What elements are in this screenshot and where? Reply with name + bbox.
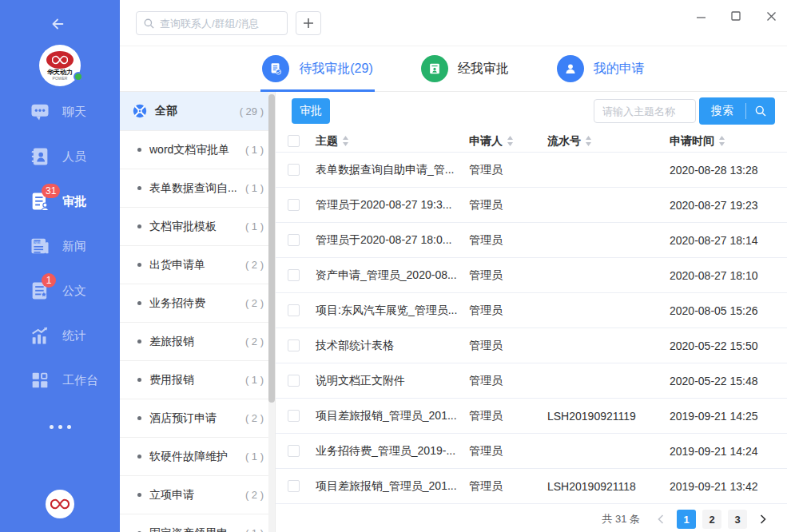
maximize-icon[interactable] [725,5,747,27]
topbar [120,0,787,46]
sidebar-item-chat[interactable]: 聊天 [0,89,120,134]
table-row[interactable]: 管理员于2020-08-27 19:3... 管理员 2020-08-27 19… [276,188,787,223]
sidebar-item-official-doc[interactable]: 1 公文 [0,268,120,313]
cell-time: 2020-08-05 15:26 [670,304,773,317]
category-label: word文档审批单 [149,143,229,157]
sidebar-item-workbench[interactable]: 工作台 [0,358,120,403]
cell-applicant: 管理员 [469,444,547,459]
sidebar-item-approval[interactable]: 31 审批 [0,179,120,224]
cell-subject[interactable]: 项目差旅报销_管理员_201... [316,479,469,494]
table-row[interactable]: 说明文档正文附件 管理员 2020-05-22 15:48 [276,363,787,399]
category-label: 费用报销 [149,373,194,387]
category-item[interactable]: 出货申请单 ( 2 ) [120,245,275,284]
table-row[interactable]: 项目差旅报销_管理员_201... 管理员 LSH20190921119 201… [276,399,787,434]
category-item[interactable]: 酒店预订申请 ( 2 ) [120,399,275,437]
column-header-subject[interactable]: 主题 [316,134,469,149]
prev-page-icon[interactable] [651,510,670,529]
sidebar-item-stats[interactable]: 统计 [0,313,120,358]
table-row[interactable]: 技术部统计表格 管理员 2020-05-22 15:50 [276,328,787,363]
row-checkbox[interactable] [288,304,300,316]
close-icon[interactable] [760,5,782,27]
page-button-1[interactable]: 1 [677,510,696,529]
cell-subject[interactable]: 管理员于2020-08-27 19:3... [316,198,469,212]
select-all-checkbox[interactable] [288,135,300,147]
page-button-3[interactable]: 3 [728,510,747,529]
category-item[interactable]: 表单数据查询自... ( 1 ) [120,169,275,207]
row-checkbox[interactable] [288,339,300,351]
doc-person-icon [421,55,448,82]
category-item[interactable]: 业务招待费 ( 2 ) [120,284,275,322]
cell-subject[interactable]: 项目:东风汽车展览_管理员... [316,304,469,318]
column-header-serial[interactable]: 流水号 [547,134,670,149]
sidebar-item-label: 聊天 [62,105,86,120]
column-header-applicant[interactable]: 申请人 [469,134,547,149]
tab-label: 待我审批(29) [299,61,372,77]
cell-serial: LSH20190921119 [547,410,670,423]
sidebar-item-people[interactable]: 人员 [0,134,120,179]
table-row[interactable]: 资产申请_管理员_2020-08... 管理员 2020-08-27 18:10 [276,258,787,293]
cell-subject[interactable]: 技术部统计表格 [316,339,469,353]
sort-icon[interactable] [718,136,725,146]
category-count: ( 1 ) [245,527,264,532]
row-checkbox[interactable] [288,410,300,422]
row-checkbox[interactable] [288,375,300,387]
category-item[interactable]: 立项申请 ( 2 ) [120,475,275,514]
sidebar-item-news[interactable]: NEW 新闻 [0,224,120,268]
row-checkbox[interactable] [288,199,300,211]
tab-pending-approval[interactable]: 待我审批(29) [260,46,374,91]
cell-subject[interactable]: 业务招待费_管理员_2019-... [316,444,469,459]
cell-subject[interactable]: 说明文档正文附件 [316,374,469,388]
cell-subject[interactable]: 表单数据查询自助申请_管... [316,163,469,177]
sort-icon[interactable] [585,136,592,146]
row-checkbox[interactable] [288,480,300,492]
approval-table: 主题 申请人 流水号 申请时间 表单数据查询自助申请_管... 管理员 2020… [276,130,787,504]
subject-search-input[interactable] [594,99,696,123]
table-row[interactable]: 业务招待费_管理员_2019-... 管理员 2019-09-21 14:24 [276,434,787,469]
bottom-brand-logo-icon[interactable] [46,490,74,518]
category-label: 差旅报销 [149,335,194,349]
minimize-icon[interactable] [690,5,712,27]
tab-approved-by-me[interactable]: 经我审批 [419,46,511,91]
cell-subject[interactable]: 项目差旅报销_管理员_201... [316,409,469,423]
table-row[interactable]: 管理员于2020-08-27 18:0... 管理员 2020-08-27 18… [276,223,787,258]
table-row[interactable]: 项目:东风汽车展览_管理员... 管理员 2020-08-05 15:26 [276,293,787,328]
row-checkbox[interactable] [288,234,300,246]
cell-subject[interactable]: 管理员于2020-08-27 18:0... [316,233,469,248]
more-menu-icon[interactable] [0,419,120,435]
column-header-time[interactable]: 申请时间 [670,134,773,149]
category-item[interactable]: 费用报销 ( 1 ) [120,360,275,399]
sidebar: 华天动力 POWER 聊天 人员 31 审批 NEW 新 [0,0,120,532]
category-label: 固定资产领用申... [149,526,237,532]
contact-search-box[interactable] [136,11,288,35]
category-item[interactable]: 文档审批模板 ( 1 ) [120,207,275,245]
sort-icon[interactable] [507,136,514,146]
bullet-icon [137,416,141,420]
advanced-search-icon[interactable] [746,97,775,125]
row-checkbox[interactable] [288,269,300,281]
add-button[interactable] [296,11,321,35]
next-page-icon[interactable] [753,510,773,529]
category-item[interactable]: 固定资产领用申... ( 1 ) [120,514,275,532]
sort-icon[interactable] [342,136,349,146]
category-all[interactable]: 全部 ( 29 ) [120,92,275,130]
category-item[interactable]: 软硬件故障维护 ( 1 ) [120,437,275,475]
category-item[interactable]: 差旅报销 ( 2 ) [120,322,275,360]
tab-my-applications[interactable]: 我的申请 [555,46,646,91]
cell-applicant: 管理员 [469,163,547,177]
category-item[interactable]: word文档审批单 ( 1 ) [120,130,275,169]
row-checkbox[interactable] [288,164,300,176]
cell-time: 2020-08-28 13:28 [670,164,773,177]
approve-button[interactable]: 审批 [292,98,330,124]
category-scrollbar-thumb[interactable] [268,94,275,403]
search-button[interactable]: 搜索 [699,97,745,125]
contact-search-input[interactable] [160,18,280,30]
category-label: 业务招待费 [149,296,205,311]
sidebar-item-label: 人员 [62,149,86,165]
cell-subject[interactable]: 资产申请_管理员_2020-08... [316,268,469,283]
category-count: ( 2 ) [245,412,264,424]
table-row[interactable]: 项目差旅报销_管理员_201... 管理员 LSH20190921118 201… [276,469,787,504]
page-button-2[interactable]: 2 [702,510,721,529]
row-checkbox[interactable] [288,445,300,457]
back-arrow-icon[interactable] [49,14,71,34]
table-row[interactable]: 表单数据查询自助申请_管... 管理员 2020-08-28 13:28 [276,153,787,188]
